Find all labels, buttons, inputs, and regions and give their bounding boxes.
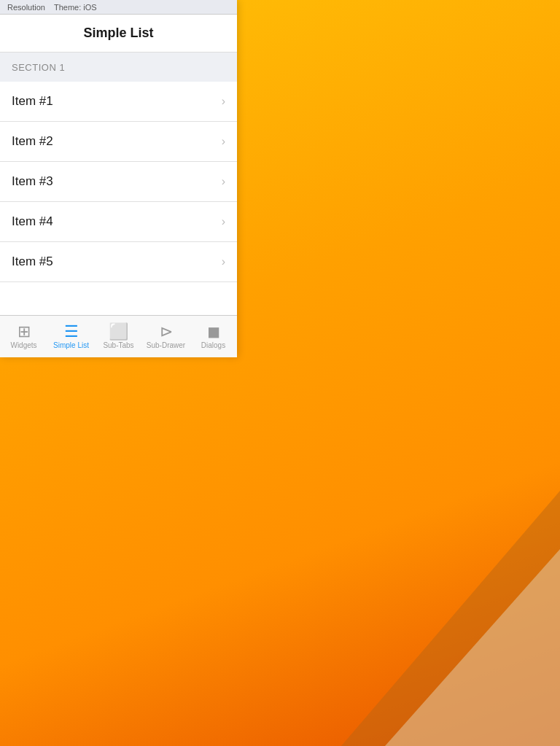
list-item-5[interactable]: Item #5 › <box>0 242 237 282</box>
list-item-1[interactable]: Item #1 › <box>0 82 237 122</box>
tab-sub-tabs[interactable]: ⬜ Sub-Tabs <box>95 316 142 357</box>
list-item-label: Item #2 <box>12 134 53 149</box>
tab-simple-list[interactable]: ☰ Simple List <box>47 316 95 357</box>
chevron-right-icon: › <box>222 135 225 148</box>
sub-drawer-label: Sub-Drawer <box>147 341 185 349</box>
widgets-label: Widgets <box>10 341 36 349</box>
status-bar: Resolution Theme: iOS <box>0 0 237 15</box>
tab-dialogs[interactable]: ◼ Dialogs <box>190 316 237 357</box>
tab-sub-drawer[interactable]: ⊳ Sub-Drawer <box>142 316 190 357</box>
svg-marker-1 <box>385 549 560 746</box>
simple-list-icon: ☰ <box>64 324 79 340</box>
dialogs-label: Dialogs <box>201 341 225 349</box>
phone-panel: Resolution Theme: iOS Simple List SECTIO… <box>0 0 237 357</box>
list-item-label: Item #5 <box>12 255 53 269</box>
resolution-label: Resolution <box>7 3 45 12</box>
theme-label: Theme: iOS <box>54 3 97 12</box>
background-shape <box>341 491 560 746</box>
page-title: Simple List <box>83 26 153 41</box>
chevron-right-icon: › <box>222 95 225 108</box>
sub-tabs-label: Sub-Tabs <box>103 341 133 349</box>
section-label: SECTION 1 <box>12 62 65 73</box>
tab-bar: ⊞ Widgets ☰ Simple List ⬜ Sub-Tabs ⊳ Sub… <box>0 315 237 357</box>
chevron-right-icon: › <box>222 255 225 268</box>
list-item-2[interactable]: Item #2 › <box>0 122 237 162</box>
tab-widgets[interactable]: ⊞ Widgets <box>0 316 47 357</box>
sub-drawer-icon: ⊳ <box>160 324 173 340</box>
list-item-3[interactable]: Item #3 › <box>0 162 237 202</box>
sub-tabs-icon: ⬜ <box>109 324 128 340</box>
title-bar: Simple List <box>0 15 237 53</box>
section-header: SECTION 1 <box>0 53 237 82</box>
simple-list-label: Simple List <box>53 341 89 349</box>
chevron-right-icon: › <box>222 215 225 228</box>
list-item-4[interactable]: Item #4 › <box>0 202 237 242</box>
chevron-right-icon: › <box>222 175 225 188</box>
list-item-label: Item #3 <box>12 174 53 189</box>
list: Item #1 › Item #2 › Item #3 › Item #4 › … <box>0 82 237 315</box>
list-item-label: Item #4 <box>12 214 53 229</box>
list-item-label: Item #1 <box>12 94 53 109</box>
widgets-icon: ⊞ <box>18 324 31 340</box>
dialogs-icon: ◼ <box>207 324 220 340</box>
